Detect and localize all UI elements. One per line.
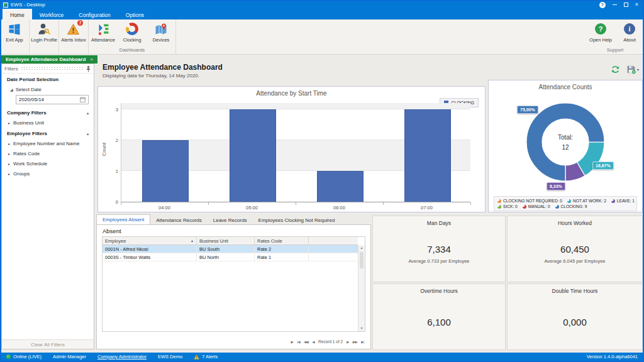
- legend-pie-icon: [555, 205, 559, 209]
- status-item-admin-manager[interactable]: Admin Manager: [53, 354, 86, 359]
- ribbon-button-alerts-inbox[interactable]: 7Alerts Inbox: [59, 19, 88, 47]
- filter-item-rates-code[interactable]: ▸Rates Code: [2, 148, 94, 158]
- column-header-rates-code[interactable]: Rates Code: [255, 237, 309, 244]
- pager-button[interactable]: ▶|: [361, 340, 364, 344]
- filters-panel: Filters Date Period Selection◢Select Dat…: [1, 63, 94, 349]
- tab-employee-attendance-dashboard[interactable]: Employee Attendance Dashboard ×: [1, 55, 97, 63]
- pct-label-not-at-work: 16,67%: [592, 162, 614, 170]
- collapse-icon[interactable]: ▴: [87, 131, 89, 136]
- bar-chart-plot-area: [121, 103, 470, 202]
- x-tick-label: 05:00: [208, 205, 296, 211]
- records-tab-bar: Employees AbsentAttendance RecordsLeave …: [96, 215, 340, 225]
- donut-chart-panel: Attendance Counts Total: 1216,67%8,33%75…: [488, 80, 643, 212]
- close-button[interactable]: ×: [635, 2, 638, 8]
- pager-button[interactable]: ▶: [347, 340, 349, 344]
- ribbon-button-clocking[interactable]: Clocking: [118, 19, 147, 47]
- filter-expander-select-date[interactable]: ◢Select Date: [2, 84, 94, 94]
- ribbon-group: Exit App: [0, 19, 30, 54]
- window-title: EWS - Desktop: [11, 2, 45, 8]
- restore-button[interactable]: [624, 3, 628, 7]
- calendar-icon[interactable]: [80, 97, 86, 102]
- donut-legend-item-sick-0: SICK: 0: [497, 204, 518, 209]
- help-circle-icon: ?: [594, 22, 608, 36]
- legend-pie-icon: [497, 199, 501, 203]
- table-cell: Rate 1: [255, 253, 309, 261]
- doc-tab-close-icon[interactable]: ×: [90, 57, 93, 62]
- pct-label-clocking: 75,00%: [517, 106, 538, 114]
- user-key-icon: [37, 22, 51, 36]
- scrollbar-thumb[interactable]: [360, 252, 364, 268]
- ribbon-button-devices[interactable]: Devices: [147, 19, 175, 47]
- kpi-tile-overtime-hours: Overtime Hours6,100: [372, 283, 506, 350]
- tab-employees-absent[interactable]: Employees Absent: [96, 214, 150, 225]
- status-item-ews-demo[interactable]: EWS Demo: [158, 354, 182, 359]
- status-item-7-alerts[interactable]: 7 Alerts: [194, 354, 218, 359]
- ribbon-group-label: [59, 47, 88, 54]
- legend-pie-icon: [567, 199, 571, 203]
- expanded-icon: ◢: [10, 87, 13, 92]
- scroll-up-icon[interactable]: ▲: [358, 245, 365, 251]
- refresh-button[interactable]: [611, 65, 620, 74]
- ribbon-button-login-profile[interactable]: Login Profile: [30, 19, 58, 47]
- pager-button[interactable]: ◀: [312, 340, 314, 344]
- ribbon-button-about[interactable]: iAbout: [615, 19, 644, 47]
- status-item-company-administrator[interactable]: Company Administrator: [97, 354, 147, 359]
- ribbon-button-attendance[interactable]: Attendance: [89, 19, 118, 47]
- bar-04-00[interactable]: [142, 140, 189, 202]
- donut-legend-item-clocking-9: CLOCKING: 9: [555, 204, 587, 209]
- attendance-icon: [96, 22, 110, 36]
- titlebar-help-button[interactable]: ?: [599, 2, 606, 8]
- y-tick-label: 1: [104, 168, 118, 174]
- ribbon-button-exit-app[interactable]: Exit App: [0, 19, 29, 47]
- filter-item-employee-number-and-name[interactable]: ▸Employee Number and Name: [2, 138, 94, 148]
- tab-attendance-records[interactable]: Attendance Records: [150, 216, 208, 225]
- online-dot-icon: [6, 354, 11, 359]
- pin-icon[interactable]: [86, 65, 91, 72]
- column-header-business-unit[interactable]: Business Unit: [197, 237, 255, 244]
- ribbon-button-label: Alerts Inbox: [61, 37, 86, 43]
- expand-icon: ▸: [8, 151, 10, 156]
- ribbon-group: Login Profile: [30, 19, 59, 54]
- pager-button[interactable]: ▶: [291, 340, 293, 344]
- ribbon-tab-home[interactable]: Home: [3, 9, 32, 19]
- minimize-button[interactable]: [613, 4, 617, 5]
- clocking-icon: [125, 22, 139, 36]
- pager-button[interactable]: ▶▶: [353, 340, 357, 344]
- filter-item-business-unit[interactable]: ▸Business Unit: [2, 118, 94, 128]
- bar-06-00[interactable]: [317, 171, 364, 202]
- filter-item-work-schedule[interactable]: ▸Work Schedule: [2, 158, 94, 168]
- tab-leave-records[interactable]: Leave Records: [208, 216, 253, 225]
- ribbon-tab-options[interactable]: Options: [118, 9, 152, 19]
- vertical-scrollbar[interactable]: ▲▼: [358, 245, 365, 331]
- table-cell: Rate 2: [255, 245, 309, 253]
- collapse-icon[interactable]: ▴: [87, 111, 89, 115]
- clear-all-filters-button[interactable]: Clear All Filters: [2, 339, 94, 349]
- ribbon-group-label: [0, 47, 29, 54]
- table-cell: BU North: [197, 253, 255, 261]
- window-controls: ? ×: [599, 2, 638, 8]
- pager-button[interactable]: |◀: [297, 340, 300, 344]
- doc-tab-label: Employee Attendance Dashboard: [6, 57, 86, 62]
- table-row[interactable]: 0003S - Timbor WattsBU NorthRate 1: [103, 253, 358, 261]
- ribbon-button-open-help[interactable]: ?Open Help: [586, 19, 615, 47]
- legend-pie-icon: [497, 205, 501, 209]
- export-save-button[interactable]: ▾: [626, 65, 639, 74]
- filter-section-company-filters[interactable]: Company Filters▴: [2, 107, 94, 118]
- ribbon-group-label: Dashboards: [89, 47, 175, 54]
- status-item-online-live[interactable]: Online (LIVE): [6, 354, 42, 359]
- pager-button[interactable]: ◀◀: [304, 340, 308, 344]
- select-date-input[interactable]: 2020/05/14: [16, 95, 89, 104]
- table-row[interactable]: 0001N - Alfred NkosiBU SouthRate 2: [103, 245, 358, 253]
- tab-employees-clocking-not-required[interactable]: Employees Clocking Not Required: [253, 216, 341, 225]
- ribbon-tab-workforce[interactable]: Workforce: [32, 9, 72, 19]
- column-header-empty[interactable]: [309, 237, 358, 244]
- scroll-down-icon[interactable]: ▼: [358, 326, 365, 331]
- x-tick-label: 07:00: [383, 205, 470, 211]
- ribbon-tab-configuration[interactable]: Configuration: [71, 9, 118, 19]
- bar-05-00[interactable]: [230, 109, 276, 202]
- filter-item-groups[interactable]: ▸Groups: [2, 168, 94, 178]
- table-cell: [309, 253, 358, 261]
- bar-07-00[interactable]: [404, 109, 451, 202]
- column-header-employee[interactable]: Employee▲: [103, 237, 197, 244]
- filter-section-employee-filters[interactable]: Employee Filters▴: [2, 128, 94, 138]
